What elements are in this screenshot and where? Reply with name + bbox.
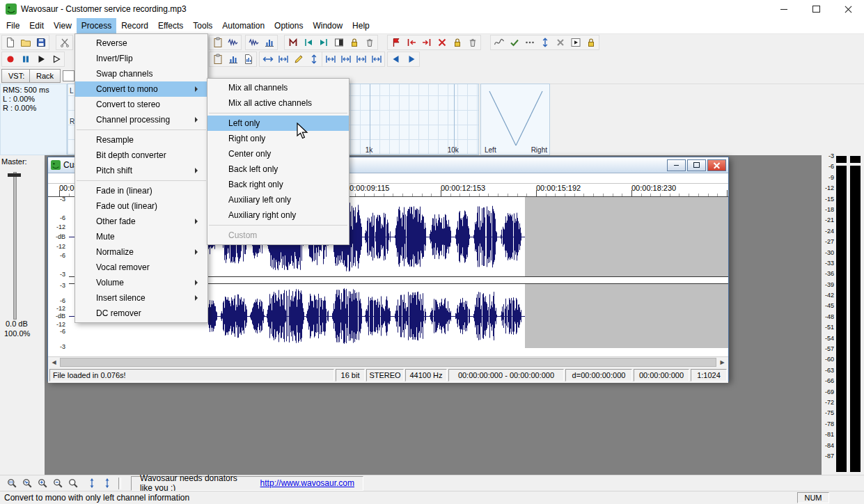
scroll-right-arrow[interactable]: ▶ (716, 357, 728, 368)
process-menu-item-volume[interactable]: Volume (75, 275, 207, 290)
play-icon[interactable] (33, 52, 48, 66)
statistics-icon[interactable] (226, 52, 240, 66)
process-menu-item-convert-to-mono[interactable]: Convert to mono (75, 81, 207, 97)
save-icon[interactable] (33, 36, 48, 49)
selection-tool-icon[interactable] (276, 52, 290, 66)
menu-view[interactable]: View (49, 18, 77, 33)
process-menu-item-pitch-shift[interactable]: Pitch shift (75, 163, 207, 178)
zoom-out-icon[interactable] (50, 476, 65, 490)
submenu-item-custom[interactable]: Custom (207, 228, 349, 243)
process-menu-item-bit-depth-converter[interactable]: Bit depth converter (75, 148, 207, 163)
go-to-end-icon[interactable] (404, 52, 418, 66)
menu-options[interactable]: Options (269, 18, 308, 33)
minimize-button[interactable] (768, 0, 800, 18)
paste-special-icon[interactable] (226, 36, 240, 49)
copy-waveform-icon[interactable] (246, 36, 261, 49)
process-menu-item-convert-to-stereo[interactable]: Convert to stereo (75, 97, 207, 112)
menu-window[interactable]: Window (308, 18, 347, 33)
previous-marker-icon[interactable] (301, 36, 315, 49)
menu-effects[interactable]: Effects (153, 18, 188, 33)
menu-help[interactable]: Help (347, 18, 375, 33)
loop-end-icon[interactable] (419, 36, 434, 49)
submenu-item-back-left-only[interactable]: Back left only (207, 162, 349, 177)
delete-marker-icon[interactable] (362, 36, 377, 49)
process-menu-item-fade-in-linear[interactable]: Fade in (linear) (75, 183, 207, 198)
master-fader-handle[interactable] (8, 173, 21, 177)
scrollbar-thumb[interactable] (60, 358, 716, 367)
menu-tools[interactable]: Tools (188, 18, 217, 33)
record-icon[interactable] (3, 52, 17, 66)
submenu-item-mix-all-active-channels[interactable]: Mix all active channels (207, 95, 349, 111)
close-button[interactable] (832, 0, 864, 18)
paste-mix-icon[interactable] (210, 52, 225, 66)
insert-marker-icon[interactable] (285, 36, 300, 49)
open-file-icon[interactable] (18, 36, 33, 49)
process-menu-item-vocal-remover[interactable]: Vocal remover (75, 260, 207, 275)
draw-tool-icon[interactable] (291, 52, 306, 66)
wavosaur-website-link[interactable]: http://www.wavosaur.com (260, 478, 354, 488)
snap-selection-right-icon[interactable] (369, 52, 384, 66)
document-close-button[interactable] (707, 159, 726, 171)
submenu-item-auxiliary-left-only[interactable]: Auxiliary left only (207, 192, 349, 207)
process-menu-item-invert-flip[interactable]: Invert/Flip (75, 51, 207, 66)
delete-loop-icon[interactable] (434, 36, 449, 49)
vst-rack-button[interactable]: Rack (29, 69, 61, 83)
maximize-button[interactable] (800, 0, 832, 18)
process-menu-item-dc-remover[interactable]: DC remover (75, 306, 207, 321)
zoom-selection-icon[interactable] (4, 476, 19, 490)
extend-selection-left-icon[interactable] (323, 52, 338, 66)
submenu-item-mix-all-channels[interactable]: Mix all channels (207, 80, 349, 95)
zoom-wave-icon[interactable] (19, 476, 34, 490)
lock-loop-icon[interactable] (450, 36, 464, 49)
process-menu-item-insert-silence[interactable]: Insert silence (75, 290, 207, 306)
scroll-left-arrow[interactable]: ◀ (48, 357, 60, 368)
analysis-icon[interactable] (241, 52, 256, 66)
vst-button[interactable]: VST: (1, 69, 31, 83)
menu-edit[interactable]: Edit (24, 18, 49, 33)
process-menu-item-resample[interactable]: Resample (75, 132, 207, 148)
cut-icon[interactable] (57, 36, 72, 49)
play-selection-icon[interactable] (49, 52, 63, 66)
document-restore-button[interactable] (687, 159, 706, 171)
cancel-icon[interactable] (553, 36, 567, 49)
process-menu-item-fade-out-linear[interactable]: Fade out (linear) (75, 198, 207, 214)
vertical-zoom-in-icon[interactable] (84, 476, 99, 490)
master-fader-track[interactable] (13, 172, 17, 320)
vertical-zoom-icon[interactable] (537, 36, 552, 49)
process-menu-item-reverse[interactable]: Reverse (75, 36, 207, 51)
lock-icon[interactable] (583, 36, 598, 49)
scrub-icon[interactable] (306, 52, 321, 66)
next-marker-icon[interactable] (316, 36, 331, 49)
submenu-item-right-only[interactable]: Right only (207, 131, 349, 146)
menu-file[interactable]: File (1, 18, 24, 33)
select-to-end-icon[interactable] (331, 36, 346, 49)
snap-selection-left-icon[interactable] (354, 52, 368, 66)
submenu-item-auxiliary-right-only[interactable]: Auxiliary right only (207, 207, 349, 223)
select-all-icon[interactable] (260, 52, 275, 66)
loop-marker-icon[interactable] (388, 36, 403, 49)
process-menu-item-swap-channels[interactable]: Swap channels (75, 66, 207, 81)
process-menu-item-other-fade[interactable]: Other fade (75, 214, 207, 229)
process-menu-item-mute[interactable]: Mute (75, 229, 207, 244)
menu-automation[interactable]: Automation (217, 18, 269, 33)
vertical-zoom-out-icon[interactable] (100, 476, 114, 490)
submenu-item-back-right-only[interactable]: Back right only (207, 177, 349, 192)
pause-icon[interactable] (18, 52, 33, 66)
menu-record[interactable]: Record (116, 18, 153, 33)
horizontal-scrollbar[interactable]: ◀ ▶ (48, 356, 728, 368)
menu-process[interactable]: Process (77, 18, 116, 33)
document-minimize-button[interactable] (667, 159, 686, 171)
extend-selection-right-icon[interactable] (338, 52, 353, 66)
lock-markers-icon[interactable] (347, 36, 361, 49)
process-menu-item-channel-processing[interactable]: Channel processing (75, 112, 207, 127)
options-dots-icon[interactable] (522, 36, 537, 49)
delete-all-loops-icon[interactable] (465, 36, 480, 49)
envelope-icon[interactable] (492, 36, 506, 49)
loop-start-icon[interactable] (404, 36, 418, 49)
preview-icon[interactable] (568, 36, 583, 49)
mix-paste-icon[interactable] (262, 36, 276, 49)
submenu-item-left-only[interactable]: Left only (207, 116, 349, 131)
zoom-in-icon[interactable] (35, 476, 49, 490)
new-file-icon[interactable] (3, 36, 17, 49)
go-to-start-icon[interactable] (388, 52, 403, 66)
